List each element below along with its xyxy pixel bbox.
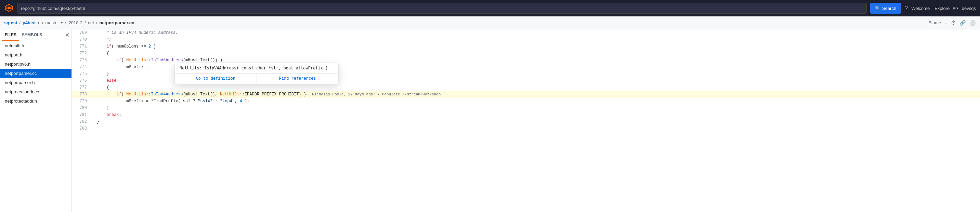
line-code: } [87,118,980,125]
branch-dropdown[interactable]: ▾ [61,21,63,25]
list-item-active[interactable]: netportparser.cc [0,69,72,78]
breadcrumb-arrow1: › [42,20,43,25]
permalink-icon[interactable]: 🔗 [959,20,966,26]
sidebar-close[interactable]: ✕ [65,32,70,38]
breadcrumb-file: netportparser.cc [99,20,134,25]
line-number: 780 [72,105,87,112]
nav-links: Welcome Explore [911,6,950,11]
list-item[interactable]: netport.h [0,50,72,59]
top-nav: 🔍 Search ? Welcome Explore ≡ ▾ devsqs [0,0,980,16]
line-number: 772 [72,50,87,57]
user-menu[interactable]: devsqs [962,6,976,11]
table-row: 782 } [72,118,980,125]
tab-files[interactable]: FILES [2,29,19,41]
tooltip-popup: NetUtils::IsIpV4Address( const char *str… [175,62,339,84]
line-number: 781 [72,112,87,118]
blame-link[interactable]: Blame [928,20,941,25]
svg-point-2 [8,6,10,9]
explore-link[interactable]: Explore [934,6,950,11]
list-item[interactable]: netportipv6.h [0,59,72,69]
list-item[interactable]: netprotectaddr.h [0,96,72,106]
table-row: 783 [72,125,980,132]
line-number: 782 [72,118,87,125]
list-item[interactable]: netprotectaddr.cc [0,87,72,96]
line-number: 777 [72,84,87,91]
list-item[interactable]: netmulti.h [0,41,72,50]
table-row: 779 mPrefix = *FindPrefix( ssl ? "ssl4" … [72,98,980,105]
line-code: if( numColons >= 2 ) [87,43,980,50]
search-input[interactable] [17,3,867,14]
line-number: 769 [72,29,87,36]
code-area: 769 * is an IPv4 numeric address. 770 */… [72,29,980,212]
line-code: */ [87,36,980,43]
table-row: 772 { [72,50,980,57]
line-number: 778 [72,91,87,98]
line-number: 770 [72,36,87,43]
line-number: 776 [72,77,87,84]
breadcrumb-sep3: / [96,20,97,25]
line-number: 774 [72,64,87,70]
line-number: 775 [72,70,87,77]
help-icon[interactable]: ? [904,5,908,12]
find-references-button[interactable]: Find references [256,73,339,84]
svg-line-5 [10,8,12,9]
line-code: { [87,84,980,91]
search-button[interactable]: 🔍 Search [870,3,901,14]
blame-toolbar: Blame ≡ ⏱ 🔗 ⚪ [928,20,976,26]
lines-icon[interactable]: ≡ [944,20,948,26]
breadcrumb-owner[interactable]: sgtest [4,20,17,25]
table-row-highlighted: 778 if( NetUtils::IsIpV4Address(mHost.Te… [72,91,980,98]
table-row: 770 */ [72,36,980,43]
main-content: FILES SYMBOLS ✕ netmulti.h netport.h net… [0,29,980,212]
logo-icon [4,3,14,14]
breadcrumb-sep2: / [84,20,86,25]
line-code: break; [87,112,980,118]
tooltip-signature: NetUtils::IsIpV4Address( const char *str… [175,63,338,73]
svg-line-8 [5,6,8,8]
tab-symbols[interactable]: SYMBOLS [19,29,45,41]
repo-dropdown[interactable]: ▾ [38,21,40,25]
line-number: 783 [72,125,87,132]
table-row: 769 * is an IPv4 numeric address. [72,29,980,36]
breadcrumb-branch[interactable]: master [46,20,59,25]
history-icon[interactable]: ⏱ [951,20,956,26]
table-row: 781 break; [72,112,980,118]
sidebar-tabs: FILES SYMBOLS ✕ [0,29,72,41]
table-row: 780 } [72,105,980,112]
nav-menu[interactable]: ≡ ▾ [953,6,958,11]
breadcrumb-folder2[interactable]: net [88,20,94,25]
github-icon[interactable]: ⚪ [969,20,976,26]
line-code: * is an IPv4 numeric address. [87,29,980,36]
line-number: 771 [72,43,87,50]
breadcrumb-arrow2: › [65,20,66,25]
breadcrumb-repo[interactable]: p4test [22,20,36,25]
line-number: 779 [72,98,87,105]
breadcrumb: sgtest / p4test ▾ › master ▾ › 2018-2 / … [0,16,980,29]
table-row: 771 if( numColons >= 2 ) [72,43,980,50]
line-code: if( NetUtils::IsIpV4Address(mHost.Text()… [87,91,980,98]
line-number: 773 [72,57,87,64]
line-code: { [87,50,980,57]
sidebar: FILES SYMBOLS ✕ netmulti.h netport.h net… [0,29,72,212]
file-list: netmulti.h netport.h netportipv6.h netpo… [0,41,72,212]
breadcrumb-folder1[interactable]: 2018-2 [69,20,83,25]
breadcrumb-sep1: / [19,20,21,25]
tooltip-actions: Go to definition Find references [175,73,338,84]
line-code [87,125,980,132]
search-icon: 🔍 [875,6,880,11]
line-code: } [87,105,980,112]
line-code: mPrefix = *FindPrefix( ssl ? "ssl4" : "t… [87,98,980,105]
svg-line-4 [10,6,12,8]
table-row: 777 { [72,84,980,91]
list-item[interactable]: netportparser.h [0,78,72,87]
svg-line-7 [5,8,8,9]
welcome-link[interactable]: Welcome [911,6,930,11]
go-to-definition-button[interactable]: Go to definition [175,73,256,84]
